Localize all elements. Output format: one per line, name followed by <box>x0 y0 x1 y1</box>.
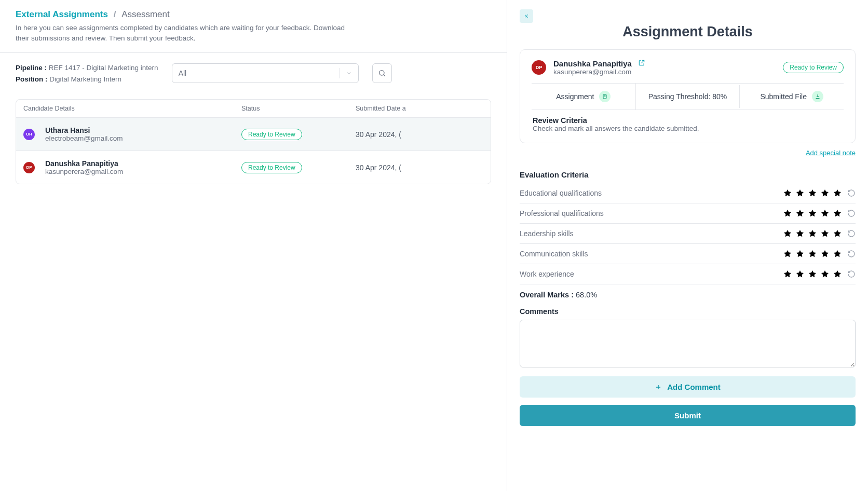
star-icon[interactable] <box>833 188 842 198</box>
star-icon[interactable] <box>795 229 805 238</box>
row-candidate-name: Danushka Panapitiya <box>45 159 123 168</box>
reset-rating-button[interactable] <box>847 270 856 278</box>
star-icon[interactable] <box>808 229 817 238</box>
table-row[interactable]: UHUthara Hansielectrobeam@gmail.comReady… <box>16 118 491 151</box>
star-icon[interactable] <box>795 249 805 258</box>
star-icon[interactable] <box>833 229 842 238</box>
candidate-name: Danushka Panapitiya <box>553 59 632 68</box>
star-icon[interactable] <box>795 269 805 279</box>
star-icon[interactable] <box>820 269 830 279</box>
th-status: Status <box>241 105 356 112</box>
download-submitted-file-button[interactable] <box>812 91 823 102</box>
search-icon <box>378 69 386 77</box>
document-icon <box>602 93 608 100</box>
evaluation-criteria-heading: Evaluation Criteria <box>520 170 856 179</box>
row-status-badge: Ready to Review <box>241 162 302 173</box>
criteria-row: Work experience <box>520 264 856 284</box>
position-label: Position : <box>16 75 48 83</box>
close-icon <box>523 13 530 19</box>
reset-rating-button[interactable] <box>847 229 856 238</box>
pipeline-label: Pipeline : <box>16 64 47 72</box>
star-icon[interactable] <box>833 269 842 279</box>
open-profile-button[interactable] <box>638 60 645 68</box>
add-special-note-link[interactable]: Add special note <box>806 149 856 157</box>
review-criteria-title: Review Criteria <box>533 116 843 125</box>
breadcrumb-link-external-assignments[interactable]: External Assignments <box>16 9 108 19</box>
reset-rating-button[interactable] <box>847 189 856 197</box>
star-icon[interactable] <box>820 249 830 258</box>
plus-icon <box>655 384 662 391</box>
star-icon[interactable] <box>783 188 792 198</box>
submitted-file-label: Submitted File <box>760 92 806 101</box>
threshold-label: Passing Threshold: 80% <box>648 92 727 101</box>
th-candidate: Candidate Details <box>23 105 241 112</box>
criteria-row: Communication skills <box>520 244 856 264</box>
status-filter-select[interactable]: All <box>172 63 359 83</box>
star-icon[interactable] <box>820 188 830 198</box>
submit-button[interactable]: Submit <box>520 405 856 426</box>
close-panel-button[interactable] <box>520 9 533 23</box>
star-icon[interactable] <box>808 209 817 218</box>
candidate-avatar: DP <box>532 60 546 75</box>
candidate-status-badge: Ready to Review <box>783 62 844 73</box>
avatar: UH <box>23 129 35 140</box>
th-date: Submitted Date a <box>356 105 483 112</box>
row-submitted-date: 30 Apr 2024, ( <box>356 163 483 172</box>
star-icon[interactable] <box>808 249 817 258</box>
star-rating[interactable] <box>783 249 856 258</box>
svg-point-0 <box>379 70 384 75</box>
overall-marks-label: Overall Marks : <box>520 291 574 299</box>
star-icon[interactable] <box>783 209 792 218</box>
chevron-down-icon <box>339 68 352 78</box>
star-icon[interactable] <box>833 249 842 258</box>
star-icon[interactable] <box>820 209 830 218</box>
assignment-download-button[interactable] <box>599 91 611 102</box>
download-icon <box>815 93 821 100</box>
row-submitted-date: 30 Apr 2024, ( <box>356 130 483 139</box>
row-candidate-name: Uthara Hansi <box>45 126 123 134</box>
star-rating[interactable] <box>783 269 856 279</box>
criteria-label: Work experience <box>520 270 574 278</box>
criteria-label: Educational qualifications <box>520 189 602 197</box>
criteria-label: Professional qualifications <box>520 209 604 217</box>
status-filter-value: All <box>179 69 187 77</box>
page-description: In here you can see assignments complete… <box>16 23 348 44</box>
avatar: DP <box>23 162 35 173</box>
reset-rating-button[interactable] <box>847 209 856 217</box>
star-rating[interactable] <box>783 229 856 238</box>
review-criteria-sub: Check and mark all answers the candidate… <box>533 125 843 132</box>
panel-title: Assignment Details <box>520 24 856 40</box>
external-link-icon <box>638 59 645 66</box>
overall-marks-value: 68.0% <box>576 291 597 299</box>
star-icon[interactable] <box>808 188 817 198</box>
pipeline-value: REF 1417 - Digital Marketing intern <box>49 64 158 72</box>
breadcrumb: External Assignments / Assessment <box>16 9 491 20</box>
star-icon[interactable] <box>808 269 817 279</box>
table-row[interactable]: DPDanushka Panapitiyakasunperera@gmail.c… <box>16 151 491 184</box>
star-icon[interactable] <box>783 269 792 279</box>
star-icon[interactable] <box>795 188 805 198</box>
star-rating[interactable] <box>783 209 856 218</box>
search-button[interactable] <box>372 63 392 83</box>
position-value: Digital Marketing Intern <box>49 75 121 83</box>
star-icon[interactable] <box>783 229 792 238</box>
star-icon[interactable] <box>783 249 792 258</box>
breadcrumb-current: Assessment <box>121 9 170 19</box>
row-candidate-email: electrobeam@gmail.com <box>45 134 123 142</box>
assignments-table: Candidate Details Status Submitted Date … <box>16 99 491 184</box>
comments-textarea[interactable] <box>520 320 856 367</box>
add-comment-button[interactable]: Add Comment <box>520 376 856 398</box>
criteria-row: Leadership skills <box>520 224 856 244</box>
star-icon[interactable] <box>795 209 805 218</box>
row-candidate-email: kasunperera@gmail.com <box>45 168 123 175</box>
star-rating[interactable] <box>783 188 856 198</box>
assignment-label: Assignment <box>556 92 594 101</box>
criteria-row: Educational qualifications <box>520 183 856 203</box>
star-icon[interactable] <box>820 229 830 238</box>
star-icon[interactable] <box>833 209 842 218</box>
row-status-badge: Ready to Review <box>241 129 302 140</box>
criteria-label: Communication skills <box>520 250 588 258</box>
comments-heading: Comments <box>520 307 856 316</box>
reset-rating-button[interactable] <box>847 250 856 258</box>
criteria-label: Leadership skills <box>520 229 574 238</box>
